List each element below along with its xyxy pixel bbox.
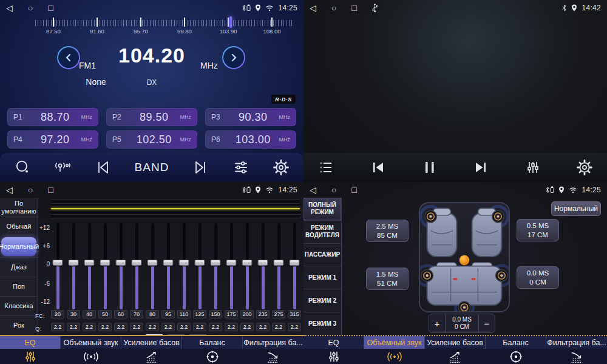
delay-rear-left-button[interactable]: 1.5 MS51 CM: [366, 268, 409, 290]
sound-profile-button[interactable]: Нормальный: [551, 201, 601, 216]
eq-preset-classic[interactable]: Классика: [0, 296, 38, 315]
tab-bass-boost[interactable]: Усиление басов: [425, 336, 486, 364]
q-value[interactable]: 2.2: [114, 323, 127, 331]
delay-minus-button[interactable]: −: [479, 314, 495, 332]
tune-down-button[interactable]: [57, 46, 80, 69]
back-icon[interactable]: ◁: [6, 185, 13, 195]
broadcast-icon[interactable]: [54, 160, 71, 175]
q-value[interactable]: 2.2: [288, 323, 301, 331]
settings-gear-icon[interactable]: [577, 160, 592, 175]
q-value[interactable]: 2.2: [177, 323, 191, 331]
pause-icon[interactable]: [423, 160, 436, 175]
tab-balance[interactable]: Баланс: [486, 336, 546, 364]
eq-preset-pop[interactable]: Поп: [0, 277, 38, 296]
slider-handle[interactable]: [242, 260, 253, 266]
eq-band-slider[interactable]: [277, 223, 280, 309]
tab-filter[interactable]: Фильтрация ба...: [546, 336, 607, 364]
recents-icon[interactable]: □: [48, 185, 53, 195]
fc-value[interactable]: 200: [240, 310, 254, 318]
equalizer-sliders-icon[interactable]: [526, 160, 540, 175]
previous-track-icon[interactable]: [370, 160, 386, 175]
playlist-icon[interactable]: [318, 160, 334, 175]
fc-value[interactable]: 315: [288, 310, 301, 318]
home-icon[interactable]: ○: [331, 3, 336, 13]
fc-value[interactable]: 20: [51, 310, 64, 318]
q-value[interactable]: 2.2: [240, 323, 254, 331]
eq-band-slider[interactable]: [104, 223, 107, 309]
scan-icon[interactable]: [15, 160, 30, 175]
fc-value[interactable]: 80: [146, 310, 159, 318]
eq-preset-default[interactable]: По умолчанию: [0, 198, 38, 217]
q-value[interactable]: 2.2: [51, 323, 64, 331]
recents-icon[interactable]: □: [351, 185, 356, 195]
fc-value[interactable]: 275: [272, 310, 285, 318]
fc-value[interactable]: 175: [225, 310, 238, 318]
fc-value[interactable]: 40: [83, 310, 96, 318]
eq-band-slider[interactable]: [230, 223, 233, 309]
mode-2[interactable]: РЕЖИМ 2: [304, 289, 341, 312]
eq-band-slider[interactable]: [72, 223, 75, 309]
slider-handle[interactable]: [163, 260, 174, 266]
back-icon[interactable]: ◁: [310, 3, 316, 13]
slider-handle[interactable]: [148, 260, 158, 266]
delay-rear-right-button[interactable]: 0.0 MS0 CM: [517, 266, 559, 289]
next-track-icon[interactable]: [473, 160, 489, 175]
previous-icon[interactable]: [95, 160, 110, 175]
tune-up-button[interactable]: [222, 46, 245, 69]
eq-preset-normal[interactable]: Нормальный: [1, 237, 36, 256]
fc-value[interactable]: 110: [177, 310, 191, 318]
preset-button-p3[interactable]: P390.30MHz: [205, 108, 296, 126]
q-value[interactable]: 2.2: [67, 323, 80, 331]
eq-band-slider[interactable]: [198, 223, 202, 309]
slider-handle[interactable]: [211, 260, 221, 266]
tab-filter[interactable]: Фильтрация ба...: [243, 336, 304, 364]
tab-balance[interactable]: Баланс: [182, 336, 243, 364]
fc-value[interactable]: 235: [256, 310, 270, 318]
tab-eq[interactable]: EQ: [304, 336, 364, 364]
eq-band-slider[interactable]: [246, 223, 249, 309]
eq-band-slider[interactable]: [167, 223, 170, 309]
delay-front-right-button[interactable]: 0.5 MS17 CM: [517, 219, 559, 241]
slider-handle[interactable]: [53, 260, 63, 266]
eq-band-slider[interactable]: [88, 223, 91, 309]
fc-value[interactable]: 150: [209, 310, 222, 318]
fc-value[interactable]: 95: [161, 310, 175, 318]
fc-value[interactable]: 60: [114, 310, 127, 318]
recents-icon[interactable]: □: [351, 3, 356, 13]
delay-plus-button[interactable]: +: [429, 314, 445, 332]
eq-band-slider[interactable]: [56, 223, 59, 309]
mode-driver[interactable]: РЕЖИМ ВОДИТЕЛЯ: [304, 220, 341, 243]
slider-handle[interactable]: [226, 260, 237, 266]
back-icon[interactable]: ◁: [310, 185, 316, 195]
q-value[interactable]: 2.2: [146, 323, 159, 331]
preset-button-p6[interactable]: P6103.00MHz: [205, 130, 296, 149]
next-icon[interactable]: [193, 160, 209, 175]
mode-3[interactable]: РЕЖИМ 3: [304, 312, 341, 335]
eq-band-slider[interactable]: [135, 223, 138, 309]
tab-bass-boost[interactable]: Усиление басов: [121, 336, 182, 364]
preset-button-p4[interactable]: P497.20MHz: [7, 130, 98, 149]
tab-eq[interactable]: EQ: [0, 336, 61, 364]
q-value[interactable]: 2.2: [225, 323, 238, 331]
q-value[interactable]: 2.2: [130, 323, 143, 331]
home-icon[interactable]: ○: [28, 185, 33, 195]
eq-band-slider[interactable]: [262, 223, 265, 309]
home-icon[interactable]: ○: [331, 185, 336, 195]
slider-handle[interactable]: [132, 260, 142, 266]
eq-preset-jazz[interactable]: Джаз: [0, 257, 38, 277]
q-value[interactable]: 2.2: [256, 323, 270, 331]
settings-gear-icon[interactable]: [273, 160, 289, 175]
eq-preset-custom[interactable]: Обычай: [0, 217, 38, 236]
mode-passenger[interactable]: ПАССАЖИР: [304, 243, 341, 266]
tab-surround[interactable]: Объёмный звук: [61, 336, 121, 364]
fc-value[interactable]: 125: [193, 310, 206, 318]
eq-band-slider[interactable]: [214, 223, 217, 309]
slider-handle[interactable]: [69, 260, 79, 266]
band-button[interactable]: BAND: [135, 161, 169, 174]
q-value[interactable]: 2.2: [272, 323, 285, 331]
slider-handle[interactable]: [258, 260, 268, 266]
delay-front-left-button[interactable]: 2.5 MS85 CM: [366, 220, 409, 242]
mode-1[interactable]: РЕЖИМ 1: [304, 266, 341, 289]
preset-button-p5[interactable]: P5102.50MHz: [106, 130, 197, 149]
fc-value[interactable]: 70: [130, 310, 143, 318]
